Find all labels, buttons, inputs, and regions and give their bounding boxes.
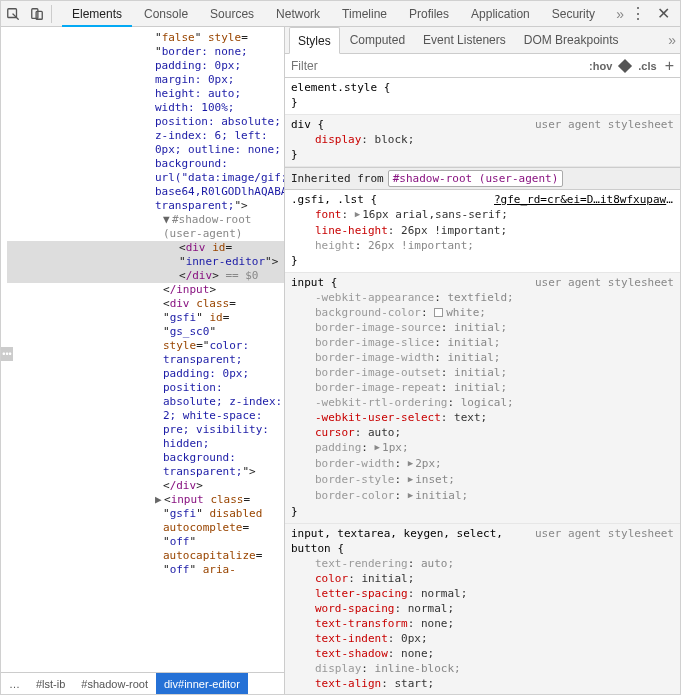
attr-value: color: transparent; padding: 0px; positi…: [163, 339, 282, 478]
overflow-chevron-icon[interactable]: »: [616, 6, 624, 22]
selector: input: [291, 276, 324, 289]
prop: border-image-source: [315, 321, 441, 334]
prop: margin: [315, 692, 355, 694]
prop: text-shadow: [315, 647, 388, 660]
breadcrumb: … #lst-ib #shadow-root div#inner-editor: [1, 672, 284, 694]
tab-profiles[interactable]: Profiles: [399, 1, 459, 27]
color-format-icon[interactable]: [618, 58, 632, 72]
subtab-event-listeners[interactable]: Event Listeners: [415, 27, 514, 54]
main-tabs: Elements Console Sources Network Timelin…: [62, 1, 612, 27]
val: 0px;: [401, 632, 428, 645]
val: initial;: [454, 321, 507, 334]
prop: border-image-outset: [315, 366, 441, 379]
prop: text-transform: [315, 617, 408, 630]
device-toggle-icon[interactable]: [27, 4, 47, 24]
val: normal;: [421, 587, 467, 600]
val: normal;: [408, 602, 454, 615]
val: 16px arial,sans-serif;: [362, 208, 508, 221]
prop: cursor: [315, 426, 355, 439]
crumb-item[interactable]: #shadow-root: [73, 673, 156, 694]
subtab-overflow-icon[interactable]: »: [668, 32, 676, 48]
tab-timeline[interactable]: Timeline: [332, 1, 397, 27]
prop: font: [315, 208, 342, 221]
val: start;: [394, 677, 434, 690]
subtab-dom-breakpoints[interactable]: DOM Breakpoints: [516, 27, 627, 54]
source-link[interactable]: ?gfe_rd=cr&ei=D…it8wfxupawDA:7: [494, 192, 674, 207]
val: initial;: [361, 572, 414, 585]
crumb-item[interactable]: #lst-ib: [28, 673, 73, 694]
cls-toggle[interactable]: .cls: [638, 60, 656, 72]
prop: border-image-repeat: [315, 381, 441, 394]
svg-rect-1: [32, 8, 38, 18]
prop: word-spacing: [315, 602, 394, 615]
attr-name: class: [210, 493, 243, 506]
attr-name: id: [212, 241, 225, 254]
tab-sources[interactable]: Sources: [200, 1, 264, 27]
val: logical;: [461, 396, 514, 409]
disclosure-triangle-icon[interactable]: ▶: [155, 493, 164, 507]
attr-name: disabled: [209, 507, 262, 520]
val: block;: [375, 133, 415, 146]
tab-network[interactable]: Network: [266, 1, 330, 27]
prop: border-image-width: [315, 351, 434, 364]
selector: div: [291, 118, 311, 131]
val: 0em 0em 0em 0em;: [375, 692, 481, 694]
val: 1px;: [382, 441, 409, 454]
disclosure-triangle-icon[interactable]: ▼: [163, 213, 172, 227]
tab-elements[interactable]: Elements: [62, 1, 132, 27]
rule-input[interactable]: input { user agent stylesheet -webkit-ap…: [285, 273, 680, 524]
selector: .gsfi: [291, 193, 324, 206]
attr-value: gsfi: [170, 311, 197, 324]
inherited-pill[interactable]: #shadow-root (user-agent): [388, 170, 564, 187]
prop: text-rendering: [315, 557, 408, 570]
prop: line-height: [315, 224, 388, 237]
val: initial;: [454, 366, 507, 379]
selector-dim: , .lst: [324, 193, 364, 206]
attr-name: false: [162, 31, 195, 44]
styles-panel: Styles Computed Event Listeners DOM Brea…: [285, 27, 680, 694]
elements-panel: ••• "false" style= "border: none; paddin…: [1, 27, 285, 694]
subtab-styles[interactable]: Styles: [289, 27, 340, 54]
hov-toggle[interactable]: :hov: [589, 60, 612, 72]
rule-input-multi[interactable]: input, textarea, keygen, select, button …: [285, 524, 680, 694]
elements-tree[interactable]: "false" style= "border: none; padding: 0…: [1, 27, 284, 672]
attr-value: inner-editor: [186, 255, 265, 268]
val: none;: [401, 647, 434, 660]
selector: input: [291, 527, 324, 540]
rule-element-style[interactable]: element.style { }: [285, 78, 680, 115]
attr-value: off: [170, 535, 190, 548]
kebab-menu-icon[interactable]: ⋮: [630, 4, 647, 23]
val: 26px !important;: [368, 239, 474, 252]
subtab-computed[interactable]: Computed: [342, 27, 413, 54]
tab-application[interactable]: Application: [461, 1, 540, 27]
prop: border-style: [315, 473, 394, 486]
prop: -webkit-appearance: [315, 291, 434, 304]
crumb-item-selected[interactable]: div#inner-editor: [156, 673, 248, 694]
ua-label: user agent stylesheet: [535, 526, 674, 541]
val: auto;: [421, 557, 454, 570]
ua-label: user agent stylesheet: [535, 275, 674, 290]
selector: element.style: [291, 81, 377, 94]
rule-gsfi[interactable]: .gsfi, .lst { ?gfe_rd=cr&ei=D…it8wfxupaw…: [285, 190, 680, 273]
attr-name: autocomplete: [163, 521, 242, 534]
prop: display: [315, 133, 361, 146]
prop: text-align: [315, 677, 381, 690]
attr-name: id: [209, 311, 222, 324]
val: initial;: [415, 489, 468, 502]
gutter-marker-icon[interactable]: •••: [1, 347, 13, 361]
attr-value: gs_sc0: [170, 325, 210, 338]
styles-rules[interactable]: element.style { } div { user agent style…: [285, 78, 680, 694]
filter-input[interactable]: [285, 59, 583, 73]
color-swatch-icon[interactable]: [434, 308, 443, 317]
inspect-icon[interactable]: [3, 4, 23, 24]
rule-div[interactable]: div { user agent stylesheet display: blo…: [285, 115, 680, 167]
prop: display: [315, 662, 361, 675]
tab-security[interactable]: Security: [542, 1, 605, 27]
tab-console[interactable]: Console: [134, 1, 198, 27]
close-icon[interactable]: ✕: [653, 4, 674, 23]
crumb-ellipsis[interactable]: …: [1, 673, 28, 694]
attr-value: gsfi: [170, 507, 197, 520]
selected-tree-node[interactable]: <div id= "inner-editor"></div> == $0: [7, 241, 284, 283]
new-rule-icon[interactable]: +: [665, 58, 674, 74]
attr-value: border: none; padding: 0px; margin: 0px;…: [155, 45, 284, 212]
